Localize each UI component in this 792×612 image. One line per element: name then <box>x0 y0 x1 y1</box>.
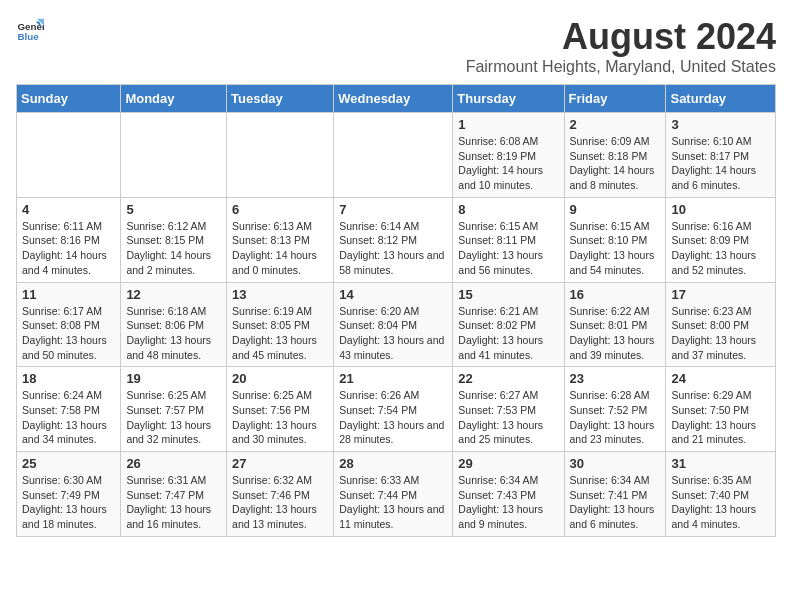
table-row: 17 Sunrise: 6:23 AMSunset: 8:00 PMDaylig… <box>666 282 776 367</box>
table-row: 6 Sunrise: 6:13 AMSunset: 8:13 PMDayligh… <box>227 197 334 282</box>
day-info: Sunrise: 6:21 AMSunset: 8:02 PMDaylight:… <box>458 304 558 363</box>
day-info: Sunrise: 6:15 AMSunset: 8:10 PMDaylight:… <box>570 219 661 278</box>
table-row: 20 Sunrise: 6:25 AMSunset: 7:56 PMDaylig… <box>227 367 334 452</box>
col-saturday: Saturday <box>666 85 776 113</box>
day-info: Sunrise: 6:16 AMSunset: 8:09 PMDaylight:… <box>671 219 770 278</box>
day-info: Sunrise: 6:34 AMSunset: 7:41 PMDaylight:… <box>570 473 661 532</box>
table-row: 25 Sunrise: 6:30 AMSunset: 7:49 PMDaylig… <box>17 452 121 537</box>
table-row: 28 Sunrise: 6:33 AMSunset: 7:44 PMDaylig… <box>334 452 453 537</box>
day-number: 25 <box>22 456 115 471</box>
calendar-week-row: 1 Sunrise: 6:08 AMSunset: 8:19 PMDayligh… <box>17 113 776 198</box>
day-number: 20 <box>232 371 328 386</box>
day-number: 8 <box>458 202 558 217</box>
day-info: Sunrise: 6:17 AMSunset: 8:08 PMDaylight:… <box>22 304 115 363</box>
table-row: 22 Sunrise: 6:27 AMSunset: 7:53 PMDaylig… <box>453 367 564 452</box>
table-row: 23 Sunrise: 6:28 AMSunset: 7:52 PMDaylig… <box>564 367 666 452</box>
day-number: 21 <box>339 371 447 386</box>
table-row <box>121 113 227 198</box>
day-info: Sunrise: 6:19 AMSunset: 8:05 PMDaylight:… <box>232 304 328 363</box>
day-number: 9 <box>570 202 661 217</box>
table-row: 27 Sunrise: 6:32 AMSunset: 7:46 PMDaylig… <box>227 452 334 537</box>
calendar-week-row: 4 Sunrise: 6:11 AMSunset: 8:16 PMDayligh… <box>17 197 776 282</box>
day-number: 28 <box>339 456 447 471</box>
day-number: 22 <box>458 371 558 386</box>
calendar-week-row: 11 Sunrise: 6:17 AMSunset: 8:08 PMDaylig… <box>17 282 776 367</box>
page-header: General Blue August 2024 Fairmount Heigh… <box>16 16 776 76</box>
day-number: 31 <box>671 456 770 471</box>
table-row <box>17 113 121 198</box>
logo: General Blue <box>16 16 44 44</box>
table-row: 7 Sunrise: 6:14 AMSunset: 8:12 PMDayligh… <box>334 197 453 282</box>
svg-text:Blue: Blue <box>17 31 39 42</box>
day-info: Sunrise: 6:24 AMSunset: 7:58 PMDaylight:… <box>22 388 115 447</box>
day-number: 26 <box>126 456 221 471</box>
day-info: Sunrise: 6:11 AMSunset: 8:16 PMDaylight:… <box>22 219 115 278</box>
logo-icon: General Blue <box>16 16 44 44</box>
day-info: Sunrise: 6:35 AMSunset: 7:40 PMDaylight:… <box>671 473 770 532</box>
day-number: 19 <box>126 371 221 386</box>
day-info: Sunrise: 6:34 AMSunset: 7:43 PMDaylight:… <box>458 473 558 532</box>
day-info: Sunrise: 6:09 AMSunset: 8:18 PMDaylight:… <box>570 134 661 193</box>
col-sunday: Sunday <box>17 85 121 113</box>
day-number: 11 <box>22 287 115 302</box>
table-row: 5 Sunrise: 6:12 AMSunset: 8:15 PMDayligh… <box>121 197 227 282</box>
day-info: Sunrise: 6:25 AMSunset: 7:57 PMDaylight:… <box>126 388 221 447</box>
day-number: 3 <box>671 117 770 132</box>
table-row: 3 Sunrise: 6:10 AMSunset: 8:17 PMDayligh… <box>666 113 776 198</box>
day-number: 7 <box>339 202 447 217</box>
day-number: 17 <box>671 287 770 302</box>
calendar-week-row: 18 Sunrise: 6:24 AMSunset: 7:58 PMDaylig… <box>17 367 776 452</box>
table-row: 14 Sunrise: 6:20 AMSunset: 8:04 PMDaylig… <box>334 282 453 367</box>
col-tuesday: Tuesday <box>227 85 334 113</box>
col-friday: Friday <box>564 85 666 113</box>
table-row: 15 Sunrise: 6:21 AMSunset: 8:02 PMDaylig… <box>453 282 564 367</box>
day-number: 23 <box>570 371 661 386</box>
table-row: 16 Sunrise: 6:22 AMSunset: 8:01 PMDaylig… <box>564 282 666 367</box>
day-info: Sunrise: 6:31 AMSunset: 7:47 PMDaylight:… <box>126 473 221 532</box>
day-number: 29 <box>458 456 558 471</box>
day-info: Sunrise: 6:15 AMSunset: 8:11 PMDaylight:… <box>458 219 558 278</box>
table-row: 26 Sunrise: 6:31 AMSunset: 7:47 PMDaylig… <box>121 452 227 537</box>
day-info: Sunrise: 6:12 AMSunset: 8:15 PMDaylight:… <box>126 219 221 278</box>
day-number: 1 <box>458 117 558 132</box>
day-info: Sunrise: 6:33 AMSunset: 7:44 PMDaylight:… <box>339 473 447 532</box>
day-number: 18 <box>22 371 115 386</box>
day-info: Sunrise: 6:20 AMSunset: 8:04 PMDaylight:… <box>339 304 447 363</box>
day-number: 27 <box>232 456 328 471</box>
table-row <box>334 113 453 198</box>
calendar-week-row: 25 Sunrise: 6:30 AMSunset: 7:49 PMDaylig… <box>17 452 776 537</box>
day-number: 16 <box>570 287 661 302</box>
table-row <box>227 113 334 198</box>
day-info: Sunrise: 6:23 AMSunset: 8:00 PMDaylight:… <box>671 304 770 363</box>
col-thursday: Thursday <box>453 85 564 113</box>
day-info: Sunrise: 6:27 AMSunset: 7:53 PMDaylight:… <box>458 388 558 447</box>
day-number: 6 <box>232 202 328 217</box>
day-info: Sunrise: 6:22 AMSunset: 8:01 PMDaylight:… <box>570 304 661 363</box>
calendar-header-row: Sunday Monday Tuesday Wednesday Thursday… <box>17 85 776 113</box>
table-row: 10 Sunrise: 6:16 AMSunset: 8:09 PMDaylig… <box>666 197 776 282</box>
page-title: August 2024 <box>466 16 776 58</box>
day-number: 30 <box>570 456 661 471</box>
calendar-table: Sunday Monday Tuesday Wednesday Thursday… <box>16 84 776 537</box>
day-number: 2 <box>570 117 661 132</box>
table-row: 18 Sunrise: 6:24 AMSunset: 7:58 PMDaylig… <box>17 367 121 452</box>
day-info: Sunrise: 6:14 AMSunset: 8:12 PMDaylight:… <box>339 219 447 278</box>
page-subtitle: Fairmount Heights, Maryland, United Stat… <box>466 58 776 76</box>
col-monday: Monday <box>121 85 227 113</box>
table-row: 12 Sunrise: 6:18 AMSunset: 8:06 PMDaylig… <box>121 282 227 367</box>
day-number: 5 <box>126 202 221 217</box>
day-info: Sunrise: 6:30 AMSunset: 7:49 PMDaylight:… <box>22 473 115 532</box>
day-info: Sunrise: 6:28 AMSunset: 7:52 PMDaylight:… <box>570 388 661 447</box>
day-number: 4 <box>22 202 115 217</box>
table-row: 29 Sunrise: 6:34 AMSunset: 7:43 PMDaylig… <box>453 452 564 537</box>
day-number: 24 <box>671 371 770 386</box>
table-row: 1 Sunrise: 6:08 AMSunset: 8:19 PMDayligh… <box>453 113 564 198</box>
day-info: Sunrise: 6:18 AMSunset: 8:06 PMDaylight:… <box>126 304 221 363</box>
day-info: Sunrise: 6:26 AMSunset: 7:54 PMDaylight:… <box>339 388 447 447</box>
day-number: 14 <box>339 287 447 302</box>
day-number: 12 <box>126 287 221 302</box>
table-row: 13 Sunrise: 6:19 AMSunset: 8:05 PMDaylig… <box>227 282 334 367</box>
day-number: 13 <box>232 287 328 302</box>
table-row: 30 Sunrise: 6:34 AMSunset: 7:41 PMDaylig… <box>564 452 666 537</box>
table-row: 11 Sunrise: 6:17 AMSunset: 8:08 PMDaylig… <box>17 282 121 367</box>
